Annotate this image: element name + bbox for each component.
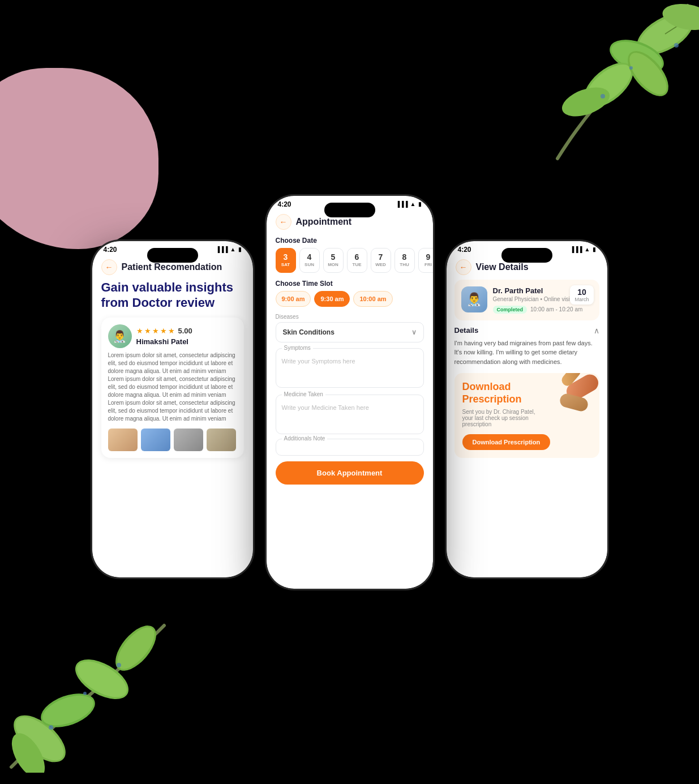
symptoms-textarea-wrapper: Symptoms Write your Symptoms here: [276, 348, 424, 388]
star-1: ★: [136, 327, 143, 335]
additional-note-field[interactable]: Additionals Note: [276, 439, 424, 456]
diseases-dropdown[interactable]: Skin Conditions ∨: [276, 322, 424, 342]
medicine-textarea-wrapper: Medicine Taken Write your Medicine Taken…: [276, 395, 424, 434]
star-5: ★: [168, 327, 175, 335]
symptoms-label: Symptoms: [282, 345, 313, 351]
prescription-card: Download Prescription Sent you by Dr. Ch…: [454, 373, 599, 458]
wifi-icon-c: ▲: [410, 201, 416, 207]
date-day-3: TUE: [353, 262, 362, 267]
svg-point-11: [674, 43, 679, 48]
details-title: Details: [454, 326, 479, 335]
date-num-4: 7: [379, 253, 383, 261]
prescription-title: Download Prescription: [462, 381, 540, 405]
left-screen-content: Gain valuable insights from Doctor revie…: [92, 280, 253, 458]
prescription-subtitle: Sent you by Dr. Chirag Patel, your last …: [462, 409, 540, 427]
date-num-3: 6: [355, 253, 359, 261]
star-2: ★: [144, 327, 151, 335]
status-time-left: 4:20: [104, 246, 117, 254]
reviewer-avatar: 👨‍⚕️: [108, 324, 132, 348]
date-badge-month: March: [574, 297, 589, 302]
status-badge: Completed: [493, 306, 528, 314]
phone-right: 4:20 ▐▐▐ ▲ ▮ ← View Details 👨‍⚕️ Dr. Par…: [445, 239, 609, 579]
reviewer-info: ★ ★ ★ ★ ★ 5.00 Himakshi Patel: [136, 327, 192, 346]
chevron-down-icon: ∨: [411, 328, 417, 336]
dynamic-island-right: [501, 248, 552, 263]
date-item-1[interactable]: 4 SUN: [299, 248, 320, 273]
back-button-right[interactable]: ←: [456, 259, 471, 275]
signal-icon-c: ▐▐▐: [396, 201, 408, 207]
status-icons-right: ▐▐▐ ▲ ▮: [570, 246, 595, 252]
phone-center: 4:20 ▐▐▐ ▲ ▮ ← Appointment Choose Date 3…: [265, 194, 435, 590]
nav-title-center: Appointment: [296, 217, 352, 227]
book-appointment-button[interactable]: Book Appointment: [276, 461, 424, 485]
right-phone-screen: 4:20 ▐▐▐ ▲ ▮ ← View Details 👨‍⚕️ Dr. Par…: [447, 241, 607, 577]
rating-number: 5.00: [178, 327, 192, 335]
nav-title-right: View Details: [476, 262, 529, 272]
date-item-4[interactable]: 7 WED: [371, 248, 391, 273]
choose-date-label: Choose Date: [267, 234, 433, 248]
download-prescription-button[interactable]: Download Prescription: [462, 434, 551, 450]
review-images: [108, 429, 237, 451]
status-time-right: 4:20: [458, 246, 471, 254]
leaf-bottom-left-decoration: [0, 592, 209, 773]
review-image-1: [108, 429, 138, 451]
left-phone-screen: 4:20 ▐▐▐ ▲ ▮ ← Patient Recomendation Gai…: [92, 241, 253, 577]
doctor-avatar: 👨‍⚕️: [461, 286, 487, 312]
phones-container: 4:20 ▐▐▐ ▲ ▮ ← Patient Recomendation Gai…: [91, 194, 609, 590]
hero-title: Gain valuable insights from Doctor revie…: [101, 280, 244, 311]
choose-time-label: Choose Time Slot: [267, 277, 433, 291]
date-badge: 10 March: [570, 285, 593, 305]
review-text: Lorem ipsum dolor sit amet, consectetur …: [108, 352, 237, 423]
time-slots: 9:00 am 9:30 am 10:00 am: [267, 291, 433, 311]
date-day-5: THU: [400, 262, 409, 267]
symptoms-placeholder[interactable]: Write your Symptoms here: [282, 353, 418, 383]
date-num-1: 4: [307, 253, 312, 261]
dynamic-island-center: [324, 203, 375, 217]
battery-icon: ▮: [238, 246, 242, 252]
diseases-value: Skin Conditions: [283, 328, 335, 336]
date-item-6[interactable]: 9 FRI: [418, 248, 433, 273]
time-slot-2[interactable]: 10:00 am: [353, 291, 392, 307]
medicine-placeholder[interactable]: Write your Medicine Taken here: [282, 400, 418, 429]
wifi-icon-r: ▲: [585, 246, 590, 252]
date-item-2[interactable]: 5 MON: [323, 248, 344, 273]
date-num-6: 9: [426, 253, 431, 261]
collapse-icon[interactable]: ∧: [594, 326, 599, 335]
view-details-content: 👨‍⚕️ Dr. Parth Patel General Physician •…: [447, 280, 607, 459]
svg-point-12: [629, 66, 633, 70]
diseases-section: Diseases Skin Conditions ∨: [267, 311, 433, 346]
date-day-4: WED: [375, 262, 386, 267]
status-icons-center: ▐▐▐ ▲ ▮: [396, 201, 421, 207]
date-day-0: SAT: [281, 262, 290, 267]
stars-row: ★ ★ ★ ★ ★ 5.00: [136, 327, 192, 335]
leaf-top-right-decoration: [473, 0, 699, 181]
status-icons-left: ▐▐▐ ▲ ▮: [216, 246, 241, 252]
date-num-2: 5: [331, 253, 336, 261]
medicine-label: Medicine Taken: [282, 391, 325, 397]
battery-icon-c: ▮: [418, 201, 422, 207]
date-item-3[interactable]: 6 TUE: [347, 248, 367, 273]
status-time-center: 4:20: [278, 200, 291, 208]
date-picker: 3 SAT 4 SUN 5 MON 6 TUE 7 WED: [267, 248, 433, 277]
date-item-5[interactable]: 8 THU: [394, 248, 415, 273]
wifi-icon: ▲: [230, 246, 236, 252]
time-slot-1[interactable]: 9:30 am: [314, 291, 350, 307]
medicine-section: Medicine Taken Write your Medicine Taken…: [267, 392, 433, 436]
date-item-0[interactable]: 3 SAT: [276, 248, 296, 273]
center-phone-screen: 4:20 ▐▐▐ ▲ ▮ ← Appointment Choose Date 3…: [267, 196, 433, 589]
date-day-6: FRI: [424, 262, 432, 267]
back-button-left[interactable]: ←: [101, 259, 117, 275]
time-slot-0[interactable]: 9:00 am: [276, 291, 311, 307]
date-day-2: MON: [328, 262, 338, 267]
symptoms-section: Symptoms Write your Symptoms here: [267, 346, 433, 390]
svg-point-24: [83, 692, 87, 695]
dynamic-island-left: [147, 248, 198, 263]
review-image-2: [141, 429, 170, 451]
back-button-center[interactable]: ←: [276, 214, 291, 230]
nav-title-left: Patient Recomendation: [122, 262, 222, 272]
review-image-4: [207, 429, 236, 451]
signal-icon: ▐▐▐: [216, 246, 228, 252]
date-badge-num: 10: [574, 288, 589, 297]
reviewer-row: 👨‍⚕️ ★ ★ ★ ★ ★ 5.00 Himakshi Patel: [108, 324, 237, 348]
status-row: Completed 10:00 am - 10:20 am: [493, 306, 593, 314]
